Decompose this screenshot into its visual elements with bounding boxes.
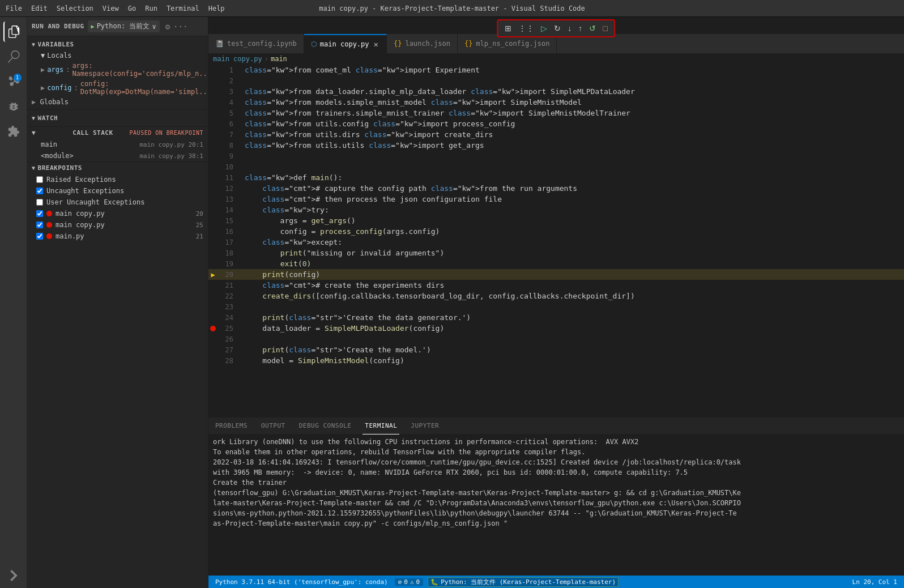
code-editor[interactable]: 1class="kw">from comet_ml class="kw">imp… bbox=[208, 65, 904, 417]
bp-uncaught-exceptions[interactable]: Uncaught Exceptions bbox=[27, 185, 208, 197]
bp-main-21-checkbox[interactable] bbox=[36, 233, 43, 240]
debug-restart-btn[interactable]: ↺ bbox=[587, 23, 598, 34]
stack-frame-main[interactable]: main main copy.py 20:1 bbox=[27, 139, 208, 150]
bp-main-copy-25[interactable]: main copy.py 25 bbox=[27, 219, 208, 231]
bp-raised-checkbox[interactable] bbox=[36, 176, 43, 183]
debug-stop-btn[interactable]: □ bbox=[600, 23, 609, 34]
activity-remote[interactable] bbox=[3, 565, 24, 586]
code-line-11[interactable]: 11class="kw">def main(): bbox=[208, 172, 904, 183]
terminal-line: sions\ms-python.python-2021.12.155973265… bbox=[213, 508, 899, 518]
bp-main-copy-20-checkbox[interactable] bbox=[36, 210, 43, 217]
activity-bar: 1 bbox=[0, 17, 27, 588]
cursor-position-item[interactable]: Ln 20, Col 1 bbox=[850, 578, 899, 586]
code-line-8[interactable]: 8class="kw">from utils.utils class="kw">… bbox=[208, 140, 904, 151]
debug-config-selector[interactable]: ▶ Python: 当前文 ∨ bbox=[88, 20, 160, 32]
stack-frame-module[interactable]: <module> main copy.py 38:1 bbox=[27, 150, 208, 161]
panel-tab-problems[interactable]: PROBLEMS bbox=[213, 417, 250, 434]
call-stack-header[interactable]: ▼ CALL STACK PAUSED ON BREAKPOINT bbox=[27, 127, 208, 139]
menu-run[interactable]: Run bbox=[145, 5, 157, 12]
code-line-26[interactable]: 26 bbox=[208, 334, 904, 344]
code-line-10[interactable]: 10 bbox=[208, 161, 904, 172]
tab-main-copy-close[interactable]: ✕ bbox=[373, 40, 379, 49]
bp-user-uncaught[interactable]: User Uncaught Exceptions bbox=[27, 197, 208, 208]
code-line-2[interactable]: 2 bbox=[208, 75, 904, 86]
code-line-18[interactable]: 18 print("missing or invalid arguments") bbox=[208, 248, 904, 258]
debug-dots-btn[interactable]: ⊞ bbox=[502, 23, 514, 34]
debug-step-into-btn[interactable]: ↓ bbox=[565, 23, 574, 34]
panel-tab-output[interactable]: OUTPUT bbox=[259, 417, 288, 434]
code-line-14[interactable]: 14 class="kw">try: bbox=[208, 204, 904, 215]
python-version-item[interactable]: Python 3.7.11 64-bit ('tensorflow_gpu': … bbox=[213, 578, 390, 586]
code-line-13[interactable]: 13 class="cmt"># then process the json c… bbox=[208, 194, 904, 204]
code-line-28[interactable]: 28 model = SimpleMnistModel(config) bbox=[208, 355, 904, 366]
locals-header[interactable]: ▼ Locals bbox=[27, 50, 208, 61]
activity-source-control[interactable]: 1 bbox=[3, 71, 24, 92]
code-line-23[interactable]: 23 bbox=[208, 301, 904, 312]
activity-explorer[interactable] bbox=[3, 22, 24, 42]
code-line-21[interactable]: 21 class="cmt"># create the experiments … bbox=[208, 280, 904, 291]
bp-raised-exceptions[interactable]: Raised Exceptions bbox=[27, 174, 208, 185]
debug-status-item[interactable]: 🐛 Python: 当前文件 (Keras-Project-Template-m… bbox=[428, 577, 619, 587]
tab-test-config[interactable]: 📓 test_config.ipynb bbox=[208, 34, 304, 54]
bp-user-checkbox[interactable] bbox=[36, 199, 43, 206]
code-line-15[interactable]: 15 args = get_args() bbox=[208, 215, 904, 226]
breadcrumb-symbol[interactable]: main bbox=[271, 55, 287, 63]
code-line-3[interactable]: 3class="kw">from data_loader.simple_mlp_… bbox=[208, 86, 904, 97]
code-line-16[interactable]: 16 config = process_config(args.config) bbox=[208, 226, 904, 237]
bp-main-copy-25-checkbox[interactable] bbox=[36, 221, 43, 228]
code-line-12[interactable]: 12 class="cmt"># capture the config path… bbox=[208, 183, 904, 194]
panel-tab-debug-console[interactable]: DEBUG CONSOLE bbox=[297, 417, 354, 434]
menu-help[interactable]: Help bbox=[208, 5, 225, 12]
code-line-27[interactable]: 27 print(class="str">'Create the model.'… bbox=[208, 344, 904, 355]
panel-tab-jupyter[interactable]: JUPYTER bbox=[408, 417, 441, 434]
breadcrumb-file[interactable]: main copy.py bbox=[213, 55, 262, 63]
code-line-25[interactable]: 25 data_loader = SimpleMLPDataLoader(con… bbox=[208, 323, 904, 334]
menu-edit[interactable]: Edit bbox=[31, 5, 48, 12]
code-line-9[interactable]: 9 bbox=[208, 151, 904, 161]
debug-continue-btn[interactable]: ▷ bbox=[539, 23, 549, 34]
globals-item[interactable]: ▶ Globals bbox=[27, 97, 208, 107]
bp-main-copy-20[interactable]: main copy.py 20 bbox=[27, 208, 208, 219]
code-line-7[interactable]: 7class="kw">from utils.dirs class="kw">i… bbox=[208, 129, 904, 140]
bp-uncaught-checkbox[interactable] bbox=[36, 188, 43, 194]
code-line-19[interactable]: 19 exit(0) bbox=[208, 258, 904, 269]
terminal-line: late-master\Keras-Project-Template-maste… bbox=[213, 498, 899, 508]
debug-more-icon[interactable]: ··· bbox=[173, 22, 187, 31]
code-line-6[interactable]: 6class="kw">from utils.config class="kw"… bbox=[208, 118, 904, 129]
code-line-17[interactable]: 17 class="kw">except: bbox=[208, 237, 904, 248]
tab-main-copy[interactable]: ⬡ main copy.py ✕ bbox=[304, 34, 387, 54]
panel-content[interactable]: ork Library (oneDNN) to use the followin… bbox=[208, 434, 904, 576]
variables-header[interactable]: ▼ VARIABLES bbox=[27, 39, 208, 50]
debug-grid-btn[interactable]: ⋮⋮ bbox=[516, 23, 536, 34]
bp-main-21[interactable]: main.py 21 bbox=[27, 231, 208, 242]
debug-arrow: ▶ bbox=[211, 271, 215, 279]
debug-step-over-btn[interactable]: ↻ bbox=[552, 23, 563, 34]
activity-debug[interactable] bbox=[3, 96, 24, 117]
code-line-20[interactable]: ▶20 print(config) bbox=[208, 269, 904, 280]
breakpoints-header[interactable]: ▼ BREAKPOINTS bbox=[27, 162, 208, 174]
code-line-5[interactable]: 5class="kw">from trainers.simple_mnist_t… bbox=[208, 108, 904, 118]
line-number-16: 16 bbox=[218, 228, 240, 236]
debug-gear-icon[interactable]: ⚙ bbox=[165, 22, 170, 31]
line-number-28: 28 bbox=[218, 357, 240, 365]
args-variable[interactable]: ▶ args : args: Namespace(config='configs… bbox=[27, 61, 208, 79]
code-line-1[interactable]: 1class="kw">from comet_ml class="kw">imp… bbox=[208, 65, 904, 75]
titlebar-menu[interactable]: File Edit Selection View Go Run Terminal… bbox=[6, 5, 225, 12]
code-line-22[interactable]: 22 create_dirs([config.callbacks.tensorb… bbox=[208, 291, 904, 301]
menu-go[interactable]: Go bbox=[128, 5, 136, 12]
activity-extensions[interactable] bbox=[3, 121, 24, 142]
code-line-24[interactable]: 24 print(class="str">'Create the data ge… bbox=[208, 312, 904, 323]
menu-file[interactable]: File bbox=[6, 5, 22, 12]
menu-terminal[interactable]: Terminal bbox=[167, 5, 199, 12]
code-line-4[interactable]: 4class="kw">from models.simple_mnist_mod… bbox=[208, 97, 904, 108]
config-variable[interactable]: ▶ config : config: DotMap(exp=DotMap(nam… bbox=[27, 79, 208, 97]
errors-warnings[interactable]: ⊘ 0 ⚠ 0 bbox=[395, 578, 424, 586]
tab-launch-json[interactable]: {} launch.json bbox=[387, 34, 458, 54]
debug-step-out-btn[interactable]: ↑ bbox=[576, 23, 585, 34]
activity-search[interactable] bbox=[3, 46, 24, 67]
args-chevron: ▶ bbox=[41, 66, 45, 74]
panel-tab-terminal[interactable]: TERMINAL bbox=[363, 417, 399, 434]
menu-view[interactable]: View bbox=[103, 5, 119, 12]
menu-selection[interactable]: Selection bbox=[57, 5, 93, 12]
watch-header[interactable]: ▼ WATCH bbox=[27, 112, 208, 124]
